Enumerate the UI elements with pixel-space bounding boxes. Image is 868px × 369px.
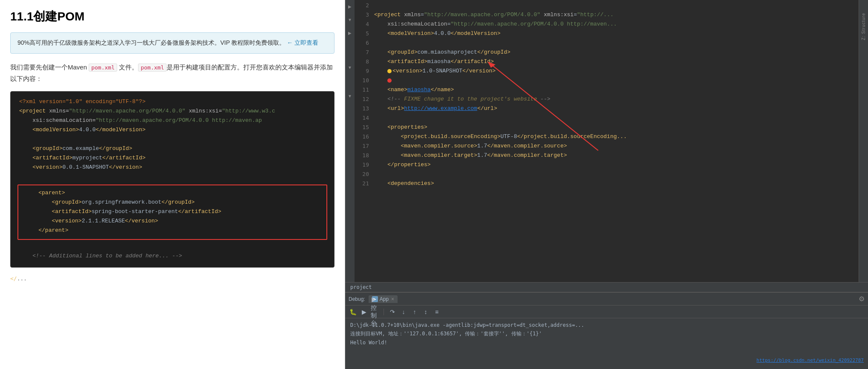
code-line: <project xmlns="http://maven.apache.org/… (17, 107, 327, 116)
debug-eval[interactable]: ≡ (433, 308, 441, 316)
editor-line-21: <dependencies> (372, 179, 859, 188)
debug-label: Debug: (349, 296, 365, 302)
debug-toolbar: 🐛 ▶ ▶ 控制台 ↷ ↓ ↑ ↕ ≡ (345, 306, 868, 318)
debug-step-into[interactable]: ↓ (399, 308, 408, 316)
console-line-2: 连接到目标VM, 地址：''127.0.0.1:63657', 传输：'套接字'… (350, 329, 863, 338)
debug-tab-close[interactable]: × (391, 296, 394, 302)
editor-line-6 (372, 38, 859, 48)
editor-line-11: <name>miaosha</name> (372, 85, 859, 95)
project-breadcrumb: project (350, 284, 372, 290)
code-line: <groupId>org.springframework.boot</group… (23, 198, 321, 208)
left-gutter-strip: ▶ ▼ ▶ ▼ ▼ (345, 0, 355, 282)
code-line: <parent> (23, 189, 321, 198)
advert-box: 90%高可用的千亿级微服务架构之道深入学习一线大厂必备微服务架构技术。VIP 教… (10, 32, 335, 54)
structure-panel: Z: Structure (859, 0, 868, 282)
inline-code-1: pom.xml (89, 63, 117, 72)
page-title: 11.1创建POM (10, 9, 335, 25)
editor-line-8: <artifactId>miaosha</artifactId> (372, 57, 859, 66)
editor-line-18: <maven.compiler.target>1.7</maven.compil… (372, 151, 859, 160)
debug-bug-btn[interactable]: 🐛 (349, 308, 357, 316)
debug-step-out[interactable]: ↑ (410, 308, 419, 316)
editor-line-4: xsi:schemaLocation="http://maven.apache.… (372, 20, 859, 29)
fold-icon-5[interactable]: ▼ (348, 94, 352, 98)
yellow-dot (387, 69, 392, 73)
debug-play-btn[interactable]: ▶ (360, 308, 368, 316)
code-line: <artifactId>myproject</artifactId> (17, 154, 327, 163)
fold-icon-4[interactable]: ▼ (348, 65, 352, 70)
debug-console: D:\jdk-11.0.7+10\bin\java.exe -agentlib:… (345, 318, 868, 369)
highlight-parent-block: <parent> <groupId>org.springframework.bo… (17, 184, 327, 240)
structure-breadcrumb: project (345, 282, 868, 292)
red-dot (387, 78, 392, 83)
fold-icon-3[interactable]: ▶ (348, 31, 352, 35)
editor-area: ▶ ▼ ▶ ▼ ▼ 2 3 4 5 6 7 8 9 (345, 0, 868, 282)
intro-text: 我们需要先创建一个Maven pom.xml 文件。pom.xml是用于构建项目… (10, 61, 335, 84)
editor-code-lines: <project xmlns="http://maven.apache.org/… (372, 0, 859, 282)
code-line: <modelVersion>4.0.0</modelVersion> (17, 126, 327, 135)
structure-label: Z: Structure (861, 13, 866, 40)
editor-line-13: <url>http://www.example.com</url> (372, 104, 859, 113)
code-line: xsi:schemaLocation="http://maven.apache.… (17, 116, 327, 126)
code-line: <!-- Additional lines to be added here..… (17, 252, 327, 261)
console-line-1: D:\jdk-11.0.7+10\bin\java.exe -agentlib:… (350, 321, 863, 329)
advert-text: 90%高可用的千亿级微服务架构之道深入学习一线大厂必备微服务架构技术。VIP 教… (17, 39, 285, 46)
left-panel: 11.1创建POM 90%高可用的千亿级微服务架构之道深入学习一线大厂必备微服务… (0, 0, 345, 369)
debug-tab-name: App (380, 296, 389, 302)
fold-icon-1[interactable]: ▶ (348, 4, 352, 9)
editor-line-5: <modelVersion>4.0.0</modelVersion> (372, 29, 859, 38)
editor-line-3: <project xmlns="http://maven.apache.org/… (372, 10, 859, 20)
debug-settings-btn[interactable]: ⚙ (859, 295, 865, 303)
code-line (17, 173, 327, 182)
code-line (17, 135, 327, 144)
editor-line-7: <groupId>com.miaoshaproject</groupId> (372, 48, 859, 57)
code-block-main: <?xml version="1.0" encoding="UTF-8"?> <… (10, 91, 335, 268)
code-line: <groupId>com.example</groupId> (17, 144, 327, 154)
code-line: </parent> (23, 226, 321, 236)
debug-step-over[interactable]: ↷ (388, 308, 397, 316)
debug-panel: Debug: ▶ App × ⚙ 🐛 ▶ ▶ 控制台 ↷ ↓ ↑ ↕ (345, 292, 868, 369)
inline-code-2: pom.xml (138, 63, 167, 72)
editor-line-16: <project.build.sourceEncoding>UTF-8</pro… (372, 132, 859, 141)
line-numbers: 2 3 4 5 6 7 8 9 10 11 12 13 14 15 (355, 0, 372, 282)
console-url[interactable]: https://blog.csdn.net/weixin_420922787 (756, 357, 864, 365)
fold-icon-2[interactable]: ▼ (348, 17, 352, 22)
code-line: <?xml version="1.0" encoding="UTF-8"?> (17, 98, 327, 107)
advert-link[interactable]: ← 立即查看 (287, 39, 318, 46)
code-line: <artifactId>spring-boot-starter-parent</… (23, 208, 321, 217)
right-panel: ▶ ▼ ▶ ▼ ▼ 2 3 4 5 6 7 8 9 (345, 0, 868, 369)
debug-run-cursor[interactable]: ↕ (421, 308, 430, 316)
code-line: <version>0.0.1-SNAPSHOT</version> (17, 163, 327, 173)
code-editor: 2 3 4 5 6 7 8 9 10 11 12 13 14 15 (355, 0, 859, 282)
editor-line-15: <properties> (372, 123, 859, 132)
code-line: <version>2.1.1.RELEASE</version> (23, 217, 321, 226)
editor-line-10 (372, 76, 859, 85)
console-line-3: Hello World! (350, 338, 863, 347)
editor-line-17: <maven.compiler.source>1.7</maven.compil… (372, 141, 859, 151)
debug-divider (384, 308, 384, 315)
code-line (17, 242, 327, 252)
debug-console-btn[interactable]: ▶ 控制台 (371, 308, 379, 316)
editor-line-9: <version>1.0-SNAPSHOT</version> (372, 66, 859, 76)
editor-line-2 (372, 1, 859, 10)
editor-line-19: </properties> (372, 160, 859, 170)
editor-line-20 (372, 170, 859, 179)
editor-line-14 (372, 113, 859, 123)
debug-tab-bar: Debug: ▶ App × ⚙ (345, 293, 868, 306)
trailing-code: </... (10, 275, 335, 282)
editor-line-12: <!-- FIXME change it to the project's we… (372, 95, 859, 104)
